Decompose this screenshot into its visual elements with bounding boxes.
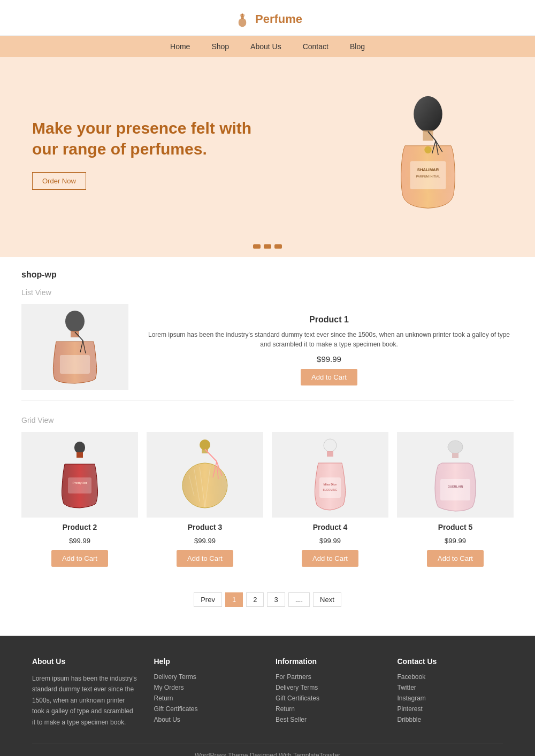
footer-contact-title: Contact Us bbox=[398, 657, 503, 666]
product2-price: $99.99 bbox=[21, 537, 138, 545]
svg-text:PrettyHot: PrettyHot bbox=[72, 481, 87, 484]
shop-section: shop-wp List View bbox=[0, 257, 535, 636]
svg-point-24 bbox=[200, 439, 210, 450]
nav-home[interactable]: Home bbox=[170, 42, 190, 51]
hero-dot-1[interactable] bbox=[253, 244, 261, 249]
svg-rect-37 bbox=[319, 477, 341, 498]
grid-view-label: Grid View bbox=[21, 416, 514, 425]
product4-image: Miss Dior BLOOMING bbox=[272, 432, 388, 518]
svg-rect-22 bbox=[68, 477, 91, 493]
list-product-image bbox=[21, 304, 128, 390]
svg-rect-15 bbox=[71, 331, 79, 337]
order-now-button[interactable]: Order Now bbox=[32, 172, 86, 190]
footer-info-delivery[interactable]: Delivery Terms bbox=[276, 684, 381, 691]
footer-info-partners[interactable]: For Partners bbox=[276, 673, 381, 681]
footer-info-bestseller[interactable]: Best Seller bbox=[276, 716, 381, 723]
footer-contact-instagram[interactable]: Instagram bbox=[398, 695, 503, 702]
svg-point-4 bbox=[414, 96, 442, 132]
footer-help: Help Delivery Terms My Orders Return Gif… bbox=[154, 657, 260, 728]
pagination: Prev 1 2 3 .... Next bbox=[21, 582, 514, 623]
nav-shop[interactable]: Shop bbox=[211, 42, 229, 51]
product5-name: Product 5 bbox=[397, 523, 514, 531]
product2-add-to-cart-button[interactable]: Add to Cart bbox=[51, 550, 108, 567]
svg-point-3 bbox=[241, 13, 243, 16]
hero-dot-2[interactable] bbox=[264, 244, 271, 249]
svg-rect-20 bbox=[74, 442, 85, 453]
nav-about[interactable]: About Us bbox=[250, 42, 281, 51]
product2-name: Product 2 bbox=[21, 523, 138, 531]
footer-help-title: Help bbox=[154, 657, 260, 666]
svg-line-31 bbox=[205, 449, 217, 461]
list-product-desc: Lorem ipsum has been the industry's stan… bbox=[144, 330, 514, 349]
pagination-page-1[interactable]: 1 bbox=[225, 592, 243, 607]
hero-dot-3[interactable] bbox=[274, 244, 282, 249]
pagination-page-3[interactable]: 3 bbox=[267, 592, 285, 607]
footer-info-return[interactable]: Return bbox=[276, 705, 381, 713]
logo: Perfume bbox=[233, 10, 302, 29]
hero-dots bbox=[0, 239, 535, 257]
svg-text:SHALIMAR: SHALIMAR bbox=[417, 167, 439, 172]
footer-contact-pinterest[interactable]: Pinterest bbox=[398, 705, 503, 713]
product3-add-to-cart-button[interactable]: Add to Cart bbox=[177, 550, 233, 567]
footer-info-title: Information bbox=[276, 657, 381, 666]
svg-text:GUERLAIN: GUERLAIN bbox=[448, 485, 463, 488]
product4-add-to-cart-button[interactable]: Add to Cart bbox=[302, 550, 358, 567]
footer-contact-twitter[interactable]: Twitter bbox=[398, 684, 503, 691]
svg-point-26 bbox=[182, 463, 227, 508]
hero-text: Make your presence felt with our range o… bbox=[32, 118, 257, 190]
footer-contact-facebook[interactable]: Facebook bbox=[398, 673, 503, 681]
footer-help-about[interactable]: About Us bbox=[154, 716, 260, 723]
product4-name: Product 4 bbox=[272, 523, 388, 531]
footer-information: Information For Partners Delivery Terms … bbox=[276, 657, 381, 728]
product2-bottle: PrettyHot bbox=[53, 437, 106, 512]
svg-point-35 bbox=[324, 439, 337, 452]
product2-image: PrettyHot bbox=[21, 432, 138, 518]
svg-rect-16 bbox=[60, 355, 90, 374]
nav-blog[interactable]: Blog bbox=[350, 42, 365, 51]
footer-bottom-text: WordPress Theme Designed With TemplateTo… bbox=[195, 752, 340, 756]
product5-image: GUERLAIN bbox=[397, 432, 514, 518]
product3-name: Product 3 bbox=[147, 523, 263, 531]
pagination-prev[interactable]: Prev bbox=[194, 592, 222, 607]
pagination-page-2[interactable]: 2 bbox=[246, 592, 264, 607]
footer-info-gift[interactable]: Gift Certificates bbox=[276, 695, 381, 702]
product3-image bbox=[147, 432, 263, 518]
footer-about-text: Lorem ipsum has been the industry's stan… bbox=[32, 673, 138, 728]
hero-title: Make your presence felt with our range o… bbox=[32, 118, 257, 159]
svg-text:PARFUM INITIAL: PARFUM INITIAL bbox=[416, 175, 440, 178]
footer-contact: Contact Us Facebook Twitter Instagram Pi… bbox=[398, 657, 503, 728]
logo-icon bbox=[233, 10, 252, 29]
list-product-price: $99.99 bbox=[144, 354, 514, 364]
grid-product-4: Miss Dior BLOOMING Product 4 $99.99 Add … bbox=[272, 432, 388, 567]
svg-rect-40 bbox=[448, 441, 463, 453]
product5-price: $99.99 bbox=[397, 537, 514, 545]
footer-bottom: WordPress Theme Designed With TemplateTo… bbox=[32, 744, 503, 756]
svg-text:BLOOMING: BLOOMING bbox=[323, 488, 338, 491]
pagination-next[interactable]: Next bbox=[313, 592, 341, 607]
grid-product-5: GUERLAIN Product 5 $99.99 Add to Cart bbox=[397, 432, 514, 567]
footer-help-delivery[interactable]: Delivery Terms bbox=[154, 673, 260, 681]
grid-product-2: PrettyHot Product 2 $99.99 Add to Cart bbox=[21, 432, 138, 567]
nav-contact[interactable]: Contact bbox=[303, 42, 328, 51]
footer-contact-dribbble[interactable]: Dribbble bbox=[398, 716, 503, 723]
footer-help-return[interactable]: Return bbox=[154, 695, 260, 702]
footer-help-orders[interactable]: My Orders bbox=[154, 684, 260, 691]
product1-bottle bbox=[43, 310, 107, 384]
grid-product-3: Product 3 $99.99 Add to Cart bbox=[147, 432, 263, 567]
pagination-ellipsis: .... bbox=[288, 592, 310, 607]
list-view-product: Product 1 Lorem ipsum has been the indus… bbox=[21, 304, 514, 401]
svg-rect-42 bbox=[440, 479, 470, 500]
list-add-to-cart-button[interactable]: Add to Cart bbox=[301, 369, 357, 385]
header: Perfume Home Shop About Us Contact Blog bbox=[0, 0, 535, 57]
list-product-name: Product 1 bbox=[144, 315, 514, 325]
footer-about-title: About Us bbox=[32, 657, 138, 666]
svg-rect-0 bbox=[239, 18, 246, 27]
svg-point-14 bbox=[65, 311, 85, 332]
hero-perfume-bottle: SHALIMAR PARFUM INITIAL bbox=[385, 95, 471, 212]
hero-section: Make your presence felt with our range o… bbox=[0, 57, 535, 239]
hero-image: SHALIMAR PARFUM INITIAL bbox=[353, 79, 503, 228]
product4-bottle: Miss Dior BLOOMING bbox=[303, 437, 357, 512]
product5-add-to-cart-button[interactable]: Add to Cart bbox=[427, 550, 484, 567]
footer-about-us: About Us Lorem ipsum has been the indust… bbox=[32, 657, 138, 728]
footer-help-gift[interactable]: Gift Certificates bbox=[154, 705, 260, 713]
